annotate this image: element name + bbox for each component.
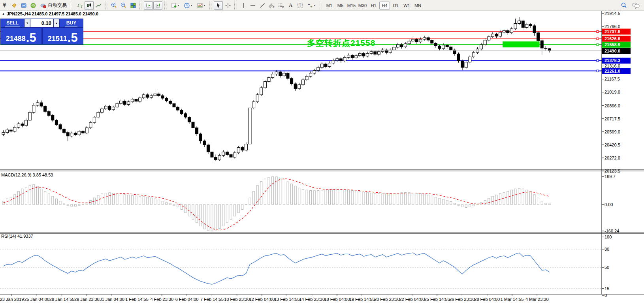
svg-text:4 Mar 23:30: 4 Mar 23:30 (525, 297, 549, 302)
signal-icon (30, 2, 36, 9)
buy-price-main: 21511 (48, 35, 67, 43)
candlestick-chart-button[interactable] (85, 1, 94, 10)
market-watch-button[interactable] (28, 1, 38, 10)
cursor-tool-button[interactable] (214, 1, 223, 10)
cursor-icon (215, 2, 222, 9)
svg-text:6 Feb 04:00: 6 Feb 04:00 (175, 297, 199, 302)
svg-text:25 Feb 14:55: 25 Feb 14:55 (424, 297, 450, 302)
zoom-out-button[interactable] (119, 1, 128, 10)
svg-text:15: 15 (604, 286, 609, 291)
chart-window-button[interactable] (19, 1, 28, 10)
channel-icon: E (268, 2, 275, 9)
svg-text:0: 0 (604, 293, 607, 298)
svg-text:14 Feb 23:30: 14 Feb 23:30 (299, 297, 325, 302)
zoom-in-icon (111, 2, 117, 9)
zoom-out-icon (120, 2, 127, 9)
svg-text:169.7: 169.7 (604, 174, 616, 179)
search-icon[interactable] (621, 2, 627, 9)
fibonacci-icon: F (278, 2, 284, 9)
templates-button[interactable]: ▾ (195, 1, 207, 10)
trendline-icon (259, 2, 266, 9)
arrows-tool-button[interactable]: ▾ (305, 1, 318, 10)
svg-text:25 Jan 04:00: 25 Jan 04:00 (24, 297, 49, 302)
svg-text:20 Feb 23:30: 20 Feb 23:30 (374, 297, 400, 302)
svg-text:-160.24: -160.24 (604, 229, 619, 233)
svg-text:23 Jan 2019: 23 Jan 2019 (0, 297, 24, 302)
timeframe-h4[interactable]: H4 (379, 2, 390, 9)
text-tool-button[interactable]: A (286, 1, 295, 10)
macd-layer (2, 176, 550, 231)
chart-shift-button[interactable] (153, 1, 162, 10)
svg-text:1 Feb 14:55: 1 Feb 14:55 (125, 297, 149, 302)
toolbar-separator (105, 2, 107, 9)
svg-text:80: 80 (604, 247, 609, 252)
collapse-marker-icon[interactable]: ▲ (2, 12, 5, 15)
add-indicator-icon (171, 2, 177, 9)
svg-text:20420.5: 20420.5 (604, 143, 620, 147)
svg-text:19 Feb 14:55: 19 Feb 14:55 (349, 297, 375, 302)
timeframe-h1[interactable]: H1 (368, 2, 379, 9)
svg-text:20717.5: 20717.5 (604, 116, 620, 121)
auto-scroll-icon (145, 2, 152, 9)
chart-chrome (0, 11, 644, 294)
trendline-tool-button[interactable] (258, 1, 267, 10)
arrows-icon (307, 2, 313, 9)
equidistant-channel-tool-button[interactable]: E (267, 1, 276, 10)
timeframe-m30[interactable]: M30 (357, 2, 368, 9)
bar-chart-icon (77, 2, 83, 9)
chart-rectangle-object (503, 41, 539, 47)
svg-text:12 Feb 04:00: 12 Feb 04:00 (249, 297, 275, 302)
crosshair-icon (225, 2, 231, 9)
buy-price-display[interactable]: 21511 .5 (43, 28, 83, 44)
toolbar-separator (320, 2, 322, 9)
line-chart-icon (96, 2, 102, 9)
buy-button[interactable]: BUY (60, 19, 83, 27)
text-label-icon: T (298, 3, 302, 8)
sell-price-display[interactable]: 21488 .5 (1, 28, 41, 44)
volume-increase-button[interactable]: ▲ (54, 19, 59, 27)
svg-text:4 Feb 23:30: 4 Feb 23:30 (150, 297, 173, 302)
timeframe-d1[interactable]: D1 (390, 2, 401, 9)
text-label-tool-button[interactable]: T (296, 1, 305, 10)
timeframe-m15[interactable]: M15 (346, 2, 357, 9)
svg-text:20866.0: 20866.0 (604, 103, 620, 108)
sell-button-label: SELL (5, 20, 20, 26)
indicators-button[interactable]: ▾ (169, 1, 181, 10)
chevron-down-icon: ▾ (314, 4, 315, 7)
bar-chart-button[interactable] (75, 1, 84, 10)
timeframe-m1[interactable]: M1 (324, 2, 335, 9)
tile-windows-icon (130, 2, 136, 9)
template-icon (197, 2, 203, 9)
timeframe-mn[interactable]: MN (412, 2, 423, 9)
fibonacci-tool-button[interactable]: F (277, 1, 286, 10)
toolbar-separator (164, 2, 167, 9)
sell-button[interactable]: SELL (1, 19, 24, 27)
svg-text:21707.8: 21707.8 (604, 29, 620, 34)
volume-input[interactable]: 0.10 (30, 19, 53, 27)
new-order-button[interactable]: 单 (0, 1, 9, 10)
price-axis: 21914.521766.021316.021167.521019.020866… (602, 11, 631, 298)
vertical-line-tool-button[interactable] (239, 1, 248, 10)
tile-windows-button[interactable] (128, 1, 137, 10)
crosshair-tool-button[interactable] (223, 1, 232, 10)
volume-decrease-button[interactable]: ▼ (24, 19, 30, 27)
timeframe-w1[interactable]: W1 (401, 2, 412, 9)
zoom-in-button[interactable] (109, 1, 119, 10)
mt4-window: 21914.521766.021316.021167.521019.020866… (0, 0, 644, 306)
svg-text:21019.0: 21019.0 (604, 90, 620, 94)
toolbar-separator (71, 2, 73, 9)
line-chart-button[interactable] (94, 1, 103, 10)
timeframe-m5[interactable]: M5 (335, 2, 346, 9)
order-book-icon (11, 2, 17, 9)
svg-text:13 Feb 14:55: 13 Feb 14:55 (274, 297, 300, 302)
svg-text:26 Feb 23:30: 26 Feb 23:30 (449, 297, 475, 302)
candlestick-chart-icon (86, 2, 92, 9)
periods-button[interactable]: ▾ (182, 1, 194, 10)
chat-icon[interactable] (632, 2, 640, 9)
macd-indicator-label: MACD(12,26,9) 3.85 48.53 (1, 173, 53, 177)
svg-text:20569.0: 20569.0 (604, 130, 620, 134)
horizontal-line-tool-button[interactable] (248, 1, 257, 10)
auto-scroll-button[interactable] (144, 1, 153, 10)
new-order-icon-button[interactable] (9, 1, 19, 10)
autotrade-button[interactable]: 自动交易 (38, 1, 69, 10)
